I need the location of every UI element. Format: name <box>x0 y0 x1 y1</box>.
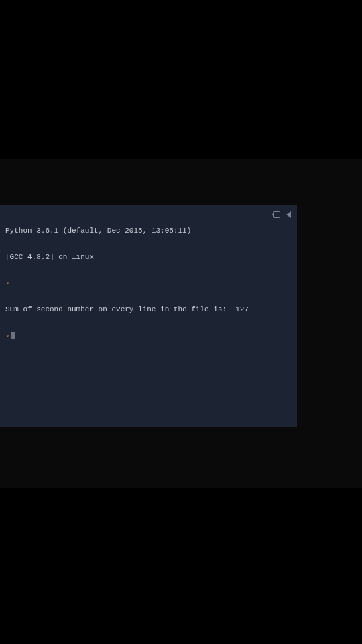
cursor <box>11 332 15 339</box>
prompt-line-1: › <box>5 279 249 288</box>
terminal-toolbar <box>272 209 292 219</box>
terminal-panel[interactable]: Python 3.6.1 (default, Dec 2015, 13:05:1… <box>0 205 297 427</box>
svg-rect-0 <box>274 212 280 218</box>
python-version-line: Python 3.6.1 (default, Dec 2015, 13:05:1… <box>5 227 249 235</box>
terminal-output: Python 3.6.1 (default, Dec 2015, 13:05:1… <box>5 209 249 358</box>
prompt-line-2: › <box>5 331 249 341</box>
compiler-line: [GCC 4.8.2] on linux <box>5 253 249 262</box>
output-line: Sum of second number on every line in th… <box>5 305 249 314</box>
enter-icon[interactable] <box>272 211 281 219</box>
play-left-icon[interactable] <box>286 211 292 218</box>
